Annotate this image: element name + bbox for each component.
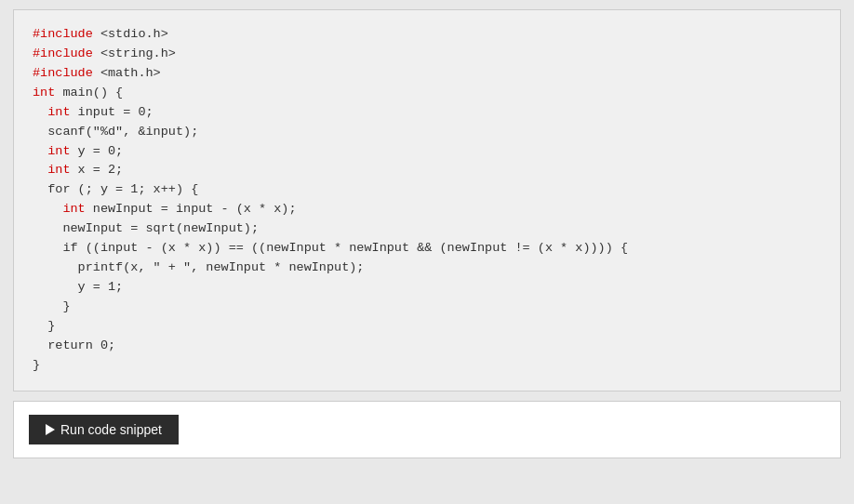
code-line: }: [33, 317, 821, 337]
code-line: #include <stdio.h>: [33, 25, 821, 45]
code-line: return 0;: [33, 337, 821, 356]
code-line: int y = 0;: [33, 142, 821, 162]
code-line: #include <string.h>: [33, 45, 821, 64]
keyword: int: [47, 163, 70, 177]
keyword: #include: [33, 46, 93, 60]
run-code-button[interactable]: Run code snippet: [29, 415, 179, 444]
code-line: printf(x, " + ", newInput * newInput);: [33, 259, 821, 278]
keyword: int: [47, 105, 70, 119]
code-line: int x = 2;: [33, 161, 821, 180]
code-line: }: [33, 356, 821, 376]
code-line: newInput = sqrt(newInput);: [33, 219, 821, 239]
code-line: for (; y = 1; x++) {: [33, 180, 821, 200]
keyword: int: [62, 202, 85, 216]
code-line: }: [33, 298, 821, 317]
code-block: #include <stdio.h> #include <string.h> #…: [13, 9, 841, 391]
keyword: #include: [33, 27, 93, 41]
keyword: #include: [33, 66, 93, 80]
keyword: int: [47, 144, 70, 158]
code-line: y = 1;: [33, 278, 821, 298]
run-container: Run code snippet: [13, 401, 841, 458]
keyword: int: [33, 86, 55, 99]
code-line: scanf("%d", &input);: [33, 123, 821, 142]
run-button-label: Run code snippet: [60, 422, 162, 437]
code-line: if ((input - (x * x)) == ((newInput * ne…: [33, 239, 821, 259]
code-line: int main() {: [33, 84, 821, 103]
code-line: int input = 0;: [33, 103, 821, 123]
code-line: int newInput = input - (x * x);: [33, 200, 821, 219]
code-line: #include <math.h>: [33, 64, 821, 84]
play-icon: [46, 424, 55, 435]
